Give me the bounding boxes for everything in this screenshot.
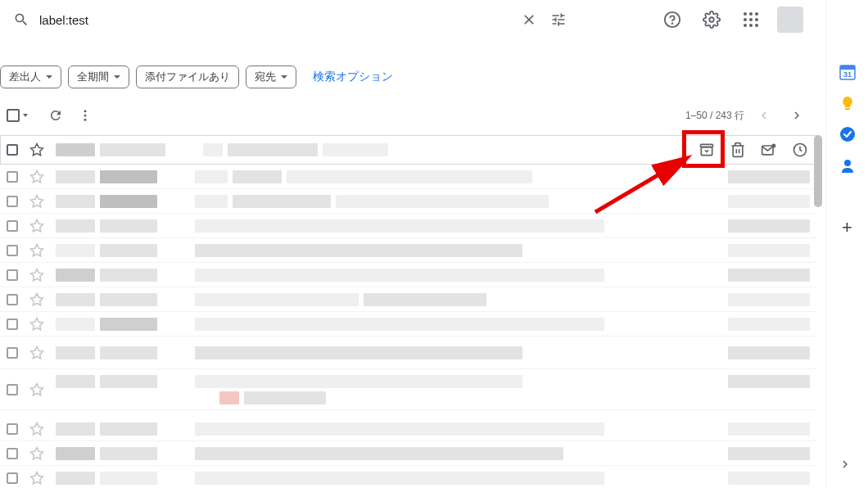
svg-point-13	[84, 115, 87, 117]
star-icon[interactable]	[29, 194, 44, 209]
mail-checkbox[interactable]	[7, 269, 18, 281]
svg-point-9	[744, 24, 747, 27]
filter-sender[interactable]: 差出人	[0, 66, 61, 88]
search-options-link[interactable]: 検索オプション	[303, 70, 403, 84]
mail-row[interactable]	[0, 263, 816, 287]
search-bar[interactable]	[7, 3, 580, 36]
mail-checkbox[interactable]	[7, 319, 18, 330]
apps-button[interactable]	[735, 3, 767, 36]
prev-page-button[interactable]	[751, 102, 777, 129]
filter-attachment-label: 添付ファイルあり	[145, 70, 230, 84]
star-icon[interactable]	[29, 471, 44, 486]
settings-button[interactable]	[695, 3, 728, 36]
svg-marker-28	[31, 293, 43, 305]
snooze-button[interactable]	[792, 142, 808, 158]
filter-period[interactable]: 全期間	[68, 66, 129, 88]
spacer	[0, 410, 816, 417]
keep-app-icon[interactable]	[839, 95, 856, 111]
star-icon[interactable]	[29, 219, 44, 233]
svg-point-14	[84, 119, 87, 121]
mail-checkbox[interactable]	[7, 220, 18, 232]
mail-row[interactable]	[0, 369, 816, 410]
svg-marker-26	[31, 244, 43, 255]
mail-checkbox[interactable]	[7, 384, 18, 395]
star-icon[interactable]	[29, 169, 44, 184]
scrollbar-thumb[interactable]	[814, 135, 822, 207]
svg-text:31: 31	[843, 70, 851, 79]
filter-attachment[interactable]: 添付ファイルあり	[136, 66, 239, 88]
scrollbar[interactable]	[814, 135, 824, 479]
mark-unread-button[interactable]	[761, 142, 777, 158]
star-icon[interactable]	[29, 382, 44, 397]
svg-marker-27	[31, 269, 43, 280]
svg-marker-32	[31, 422, 43, 434]
archive-button[interactable]	[698, 142, 715, 158]
tune-icon[interactable]	[550, 11, 567, 28]
filter-period-label: 全期間	[77, 70, 109, 84]
mail-row[interactable]	[0, 312, 816, 337]
mail-row[interactable]	[0, 287, 816, 312]
caret-down-icon	[114, 75, 120, 79]
mail-row[interactable]	[0, 337, 816, 369]
svg-rect-38	[840, 66, 855, 70]
star-icon[interactable]	[29, 346, 44, 360]
svg-point-6	[744, 18, 747, 21]
svg-rect-40	[845, 108, 850, 110]
mail-row[interactable]	[0, 441, 816, 466]
mail-row[interactable]	[0, 238, 816, 263]
mail-checkbox[interactable]	[7, 472, 18, 484]
delete-button[interactable]	[730, 142, 746, 158]
more-button[interactable]	[70, 101, 100, 130]
mail-checkbox[interactable]	[7, 294, 18, 305]
svg-marker-33	[31, 447, 43, 459]
next-page-button[interactable]	[784, 102, 810, 129]
svg-point-12	[84, 110, 87, 112]
calendar-app-icon[interactable]: 31	[839, 64, 856, 80]
svg-marker-29	[31, 318, 43, 329]
mail-row[interactable]	[0, 189, 816, 214]
side-panel: 31 +	[825, 0, 868, 488]
mail-checkbox[interactable]	[7, 347, 18, 359]
caret-down-icon	[46, 75, 52, 79]
avatar[interactable]	[777, 7, 803, 33]
star-icon[interactable]	[29, 422, 44, 436]
mail-row[interactable]	[0, 417, 816, 441]
pagination-text: 1–50 / 243 行	[685, 109, 744, 123]
mail-checkbox[interactable]	[7, 196, 18, 207]
star-icon[interactable]	[29, 142, 44, 157]
filter-recipient[interactable]: 宛先	[246, 66, 296, 88]
svg-point-7	[749, 18, 753, 21]
select-dropdown[interactable]	[23, 114, 28, 117]
svg-marker-31	[31, 383, 43, 395]
expand-panel-button[interactable]	[838, 457, 857, 477]
mail-row[interactable]	[0, 214, 816, 238]
help-button[interactable]	[656, 3, 689, 36]
star-icon[interactable]	[29, 446, 44, 461]
caret-down-icon	[281, 75, 287, 79]
search-input[interactable]	[39, 13, 514, 27]
refresh-button[interactable]	[41, 101, 70, 130]
svg-marker-24	[31, 195, 43, 206]
mail-checkbox[interactable]	[7, 423, 18, 435]
mail-checkbox[interactable]	[7, 144, 18, 156]
mail-row[interactable]	[0, 165, 816, 189]
mail-row[interactable]	[0, 135, 816, 165]
star-icon[interactable]	[29, 243, 44, 258]
star-icon[interactable]	[29, 317, 44, 332]
contacts-app-icon[interactable]	[839, 157, 856, 174]
svg-point-1	[672, 23, 673, 24]
mail-checkbox[interactable]	[7, 171, 18, 183]
svg-marker-23	[31, 170, 43, 182]
star-icon[interactable]	[29, 268, 44, 282]
star-icon[interactable]	[29, 292, 44, 307]
clear-icon[interactable]	[521, 11, 537, 28]
mail-row[interactable]	[0, 466, 816, 488]
svg-point-41	[840, 127, 855, 142]
tasks-app-icon[interactable]	[839, 126, 856, 142]
svg-point-21	[771, 144, 775, 148]
mail-list	[0, 135, 816, 488]
add-app-button[interactable]: +	[839, 219, 856, 236]
mail-checkbox[interactable]	[7, 245, 18, 256]
mail-checkbox[interactable]	[7, 448, 18, 459]
select-all-checkbox[interactable]	[7, 109, 20, 122]
